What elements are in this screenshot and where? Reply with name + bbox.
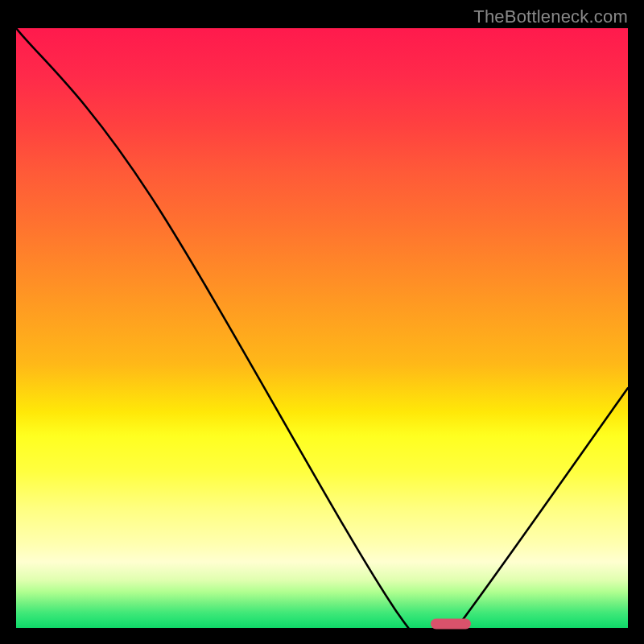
plot-area: [16, 28, 628, 628]
chart-container: TheBottleneck.com: [0, 0, 644, 644]
watermark-text: TheBottleneck.com: [473, 6, 628, 27]
optimal-marker: [431, 618, 471, 629]
bottleneck-curve: [16, 28, 628, 628]
